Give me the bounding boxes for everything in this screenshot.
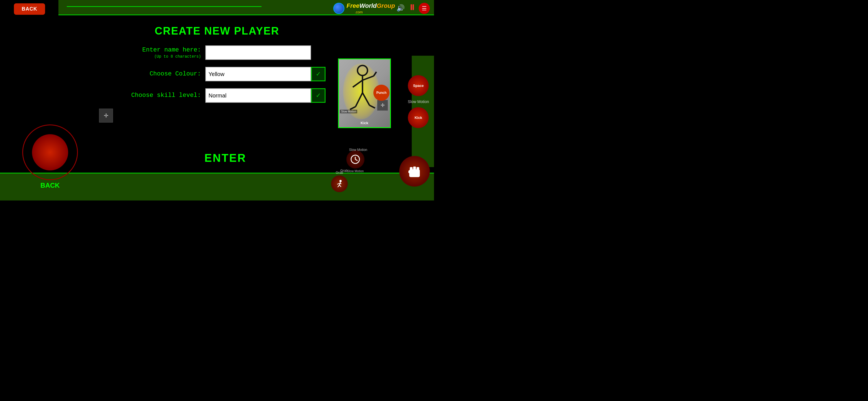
colour-select-display[interactable]: Yellow: [205, 67, 311, 81]
slow-motion-label-bottom: Slow Motion: [346, 169, 365, 173]
svg-line-8: [369, 105, 375, 108]
name-label: Enter name here: (Up to 8 characters): [123, 46, 201, 59]
preview-kick-label: Kick: [361, 121, 368, 125]
preview-slow-motion-label: Slow Motion: [340, 110, 357, 113]
grab-top-label: Grab: [340, 169, 348, 173]
svg-line-19: [338, 185, 339, 187]
grab-area: Grab: [331, 171, 348, 192]
svg-line-20: [339, 185, 341, 187]
svg-line-6: [363, 93, 369, 105]
skill-dropdown-btn[interactable]: [311, 88, 326, 103]
grab-icon: [335, 179, 344, 188]
skill-select-wrap: Normal: [205, 88, 311, 103]
svg-rect-11: [413, 167, 416, 170]
preview-move-icon[interactable]: ✛: [377, 100, 388, 111]
colour-label: Choose Colour:: [123, 70, 201, 78]
create-player-form: CREATE NEW PLAYER Enter name here: (Up t…: [97, 25, 337, 110]
svg-line-21: [337, 183, 339, 184]
skill-row: Choose skill level: Normal: [97, 88, 337, 103]
joystick-outer[interactable]: [22, 124, 78, 180]
colour-row: Choose Colour: Yellow: [97, 67, 337, 81]
svg-point-0: [358, 65, 368, 76]
character-preview: ✛ Punch Slow Motion Kick: [338, 58, 391, 128]
svg-line-4: [374, 72, 376, 76]
right-action-buttons: Space Slow Motion Kick: [408, 75, 429, 128]
move-arrows-icon[interactable]: ✛: [99, 109, 113, 122]
pause-button[interactable]: ⏸: [408, 3, 416, 12]
svg-line-5: [355, 93, 363, 107]
globe-icon: [333, 3, 344, 14]
slow-motion-icon: [350, 154, 360, 164]
skill-select-display[interactable]: Normal: [205, 88, 311, 103]
slow-motion-button-bottom[interactable]: [346, 150, 365, 169]
grab-button[interactable]: [331, 175, 348, 192]
preview-punch-btn[interactable]: Punch: [373, 85, 390, 101]
joystick-area: BACK: [22, 124, 78, 189]
speaker-button[interactable]: 🔊: [397, 4, 405, 12]
svg-line-2: [353, 80, 363, 87]
back-label: BACK: [22, 181, 78, 189]
logo-text: FreeWorldGroup.com: [347, 2, 395, 15]
colour-dropdown-btn[interactable]: [311, 67, 326, 81]
stickman-svg: [344, 62, 378, 118]
name-input[interactable]: [205, 46, 311, 60]
svg-point-17: [339, 180, 342, 182]
svg-line-16: [355, 159, 358, 161]
space-label: Slow Motion: [408, 99, 429, 104]
joystick-inner[interactable]: [32, 134, 68, 170]
menu-button[interactable]: ☰: [419, 3, 430, 14]
colour-select-wrap: Yellow: [205, 67, 311, 81]
svg-line-3: [363, 76, 374, 80]
big-fist-area: [399, 156, 430, 187]
form-title: CREATE NEW PLAYER: [97, 25, 337, 37]
space-button[interactable]: Space: [408, 75, 429, 96]
slow-motion-grab-area: Slow Motion: [346, 150, 365, 173]
menu-icon: ☰: [422, 5, 427, 12]
svg-rect-10: [410, 167, 412, 170]
logo-area: FreeWorldGroup.com: [333, 2, 395, 15]
skill-label: Choose skill level:: [123, 92, 201, 100]
svg-rect-12: [416, 167, 419, 170]
kick-button[interactable]: Kick: [408, 107, 429, 128]
name-row: Enter name here: (Up to 8 characters): [97, 46, 337, 60]
enter-button[interactable]: ENTER: [205, 152, 247, 164]
fist-icon: [407, 164, 422, 179]
svg-rect-9: [409, 169, 420, 177]
back-button-top[interactable]: BACK: [14, 3, 45, 15]
slow-motion-top-label: Slow Motion: [349, 148, 367, 152]
big-fist-button[interactable]: [399, 156, 430, 187]
svg-rect-13: [408, 170, 411, 173]
svg-line-7: [350, 107, 355, 109]
